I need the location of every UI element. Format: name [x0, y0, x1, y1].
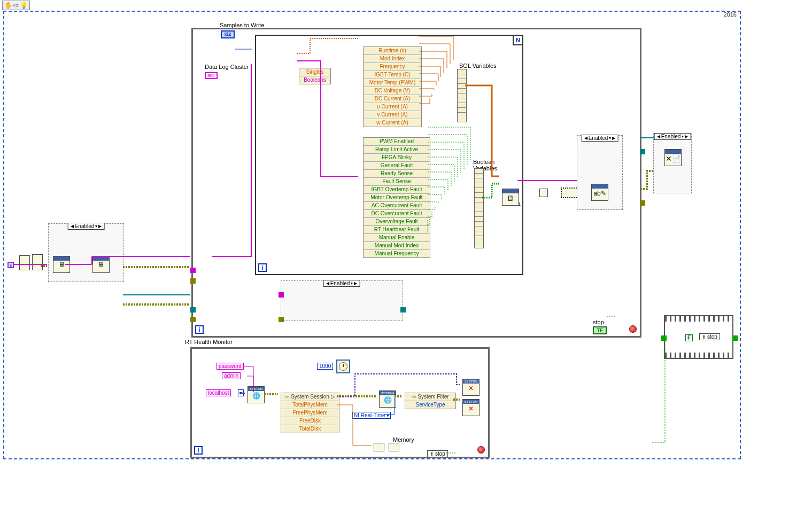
case-struct-middle: ◀Enabled▾▶: [281, 280, 403, 321]
system-open-subvi[interactable]: SYSTEM 🌐: [248, 386, 265, 403]
arrow-tool-icon[interactable]: ⇨: [13, 2, 19, 9]
main-while-loop: Samples to Write I32 N i Data Log Cluste…: [191, 28, 641, 338]
bool-row: Ramp Limit Active: [364, 146, 430, 154]
rt-health-loop: i password admin localhost ▾ SYSTEM 🌐 ⇨ …: [190, 347, 490, 458]
unbundle-cluster[interactable]: Singles Booleans: [299, 68, 331, 84]
init-node-1[interactable]: [19, 255, 30, 270]
sgl-row: u Current (A): [364, 103, 421, 111]
system-close-subvi-1[interactable]: SYSTEM✕: [462, 379, 480, 396]
system-session-unbundle[interactable]: ⇨ System Session ▷ TotalPhysMem FreePhys…: [281, 393, 339, 433]
bundle-subvi[interactable]: 🖥: [502, 189, 519, 206]
ni-rt-ring[interactable]: NI Real-Time▾: [352, 412, 391, 419]
coerce-node[interactable]: [561, 187, 579, 198]
concat-node[interactable]: [539, 189, 548, 197]
sgl-row: IGBT Temp (C): [364, 71, 421, 79]
localhost-ring[interactable]: ▾: [238, 389, 244, 396]
tunnel: [190, 268, 196, 273]
sequence-structure: F stop: [664, 315, 733, 359]
rt-health-i: i: [194, 446, 203, 455]
sgl-row: DC Current (A): [364, 95, 421, 103]
close-file-subvi[interactable]: ✕📄: [664, 149, 682, 166]
sgl-row: v Current (A): [364, 111, 421, 119]
memory-label: Memory: [393, 436, 414, 443]
case-selector-far-right[interactable]: ◀Enabled▾▶: [654, 133, 691, 140]
tunnel: [279, 292, 284, 298]
sgl-variables-label: SGL Variables: [459, 62, 497, 69]
rt-health-stop-local[interactable]: stop: [427, 450, 448, 457]
toolbar[interactable]: ✋ ⇨ 💡: [2, 1, 30, 10]
tunnel: [661, 335, 667, 341]
sgl-row: Motor Temp (PWM): [364, 79, 421, 87]
for-loop: N i Data Log Cluster ⊞⊡ Singles Booleans…: [255, 35, 523, 275]
data-log-cluster-label: Data Log Cluster: [205, 64, 249, 70]
write-subvi[interactable]: ab✎: [591, 184, 608, 201]
timed-loop-year: 2016: [724, 11, 737, 18]
system-mid-subvi[interactable]: SYSTEM 🌐: [379, 390, 396, 408]
bool-row: General Fault: [364, 162, 430, 170]
memory-indicator[interactable]: [389, 443, 399, 451]
sgl-row: w Current (A): [364, 119, 421, 127]
system-filter-unbundle[interactable]: ⇨ System Filter ServiceType: [405, 393, 456, 409]
sgl-row: Runtime (s): [364, 47, 421, 55]
case-struct-right: ◀Enabled▾▶ ab✎: [577, 135, 623, 210]
case-struct-far-right: ◀Enabled▾▶ ✕📄: [653, 134, 692, 193]
sgl-row: Frequency: [364, 63, 421, 71]
seq-stop-local[interactable]: stop: [699, 333, 720, 340]
bool-row: RT Heartbeat Fault: [364, 226, 430, 234]
build-array-sgl[interactable]: [457, 69, 467, 122]
rt-health-stop-icon[interactable]: [477, 446, 485, 454]
bool-row: PWM Enabled: [364, 138, 430, 146]
stop-label: stop: [593, 319, 604, 325]
bundle-index: 1: [518, 201, 521, 207]
bool-row: AC Overcurrent Fault: [364, 202, 430, 210]
bool-row: DC Overcurrent Fault: [364, 210, 430, 218]
false-const[interactable]: F: [685, 334, 693, 341]
tunnel: [640, 149, 645, 154]
sgl-row: DC Voltage (V): [364, 87, 421, 95]
data-log-cluster-const[interactable]: ⊞⊡: [205, 72, 218, 79]
case-selector-right[interactable]: ◀Enabled▾▶: [582, 135, 618, 142]
tunnel: [732, 335, 738, 341]
system-session-label: System Session: [291, 394, 329, 400]
init-node-2[interactable]: [32, 254, 43, 270]
bool-row: Motor Overtemp Fault: [364, 194, 430, 202]
while-loop-stop-icon[interactable]: [629, 325, 637, 333]
left-subvi-2[interactable]: 🖥: [92, 256, 110, 273]
tunnel: [279, 317, 284, 322]
unbundle-bool[interactable]: PWM Enabled Ramp Limit Active FPGA Blink…: [363, 137, 430, 258]
samples-to-write-terminal[interactable]: I32: [221, 30, 235, 38]
hand-tool-icon[interactable]: ✋: [4, 2, 12, 9]
case-selector-left[interactable]: ◀Enabled▾▶: [68, 223, 105, 230]
bool-row: Manual Mod Index: [364, 242, 430, 250]
sgl-row: Mod Index: [364, 55, 421, 63]
wait-1000-const[interactable]: 1000: [317, 363, 333, 370]
bool-row: Manual Enable: [364, 234, 430, 242]
stop-terminal[interactable]: TF: [593, 326, 607, 334]
samples-to-write-label: Samples to Write: [220, 22, 265, 28]
timed-loop: 2016 Wait to Write (ms) U32 Samples to W…: [3, 11, 741, 459]
admin-const[interactable]: admin: [222, 372, 241, 379]
rt-health-wait-icon: [336, 359, 350, 373]
bool-row: IGBT Overtemp Fault: [364, 186, 430, 194]
tunnel: [640, 200, 645, 206]
system-filter-label: System Filter: [417, 394, 448, 400]
left-subvi-1[interactable]: 🖥: [53, 256, 70, 273]
mem-row: FreeDisk: [281, 417, 339, 425]
password-const[interactable]: password: [216, 363, 244, 370]
rt-health-title: RT Health Monitor: [185, 339, 233, 345]
tunnel: [190, 278, 196, 284]
num-to-array[interactable]: [374, 443, 384, 451]
localhost-const[interactable]: localhost: [206, 389, 231, 396]
unbundle-sgl[interactable]: Runtime (s) Mod Index Frequency IGBT Tem…: [363, 46, 422, 127]
bool-row: Manual Frequency: [364, 250, 430, 257]
service-type-row: ServiceType: [405, 401, 455, 409]
u-node[interactable]: u: [7, 262, 14, 268]
system-close-subvi-2[interactable]: SYSTEM✕: [462, 399, 480, 416]
build-array-bool[interactable]: [474, 168, 484, 248]
mem-row: FreePhysMem: [281, 409, 339, 417]
case-selector-middle[interactable]: ◀Enabled▾▶: [323, 280, 360, 287]
for-loop-i: i: [258, 263, 267, 272]
highlight-tool-icon[interactable]: 💡: [20, 2, 28, 9]
tunnel: [400, 307, 406, 312]
bool-row: Fault Sense: [364, 178, 430, 186]
